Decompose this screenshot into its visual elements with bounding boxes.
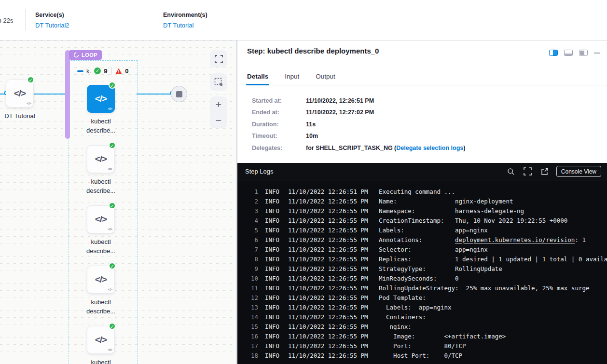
detail-row: Ended at:11/10/2022, 12:27:02 PM [252, 109, 607, 116]
tab-output[interactable]: Output [316, 67, 335, 85]
log-message: RollingUpdateStrategy: 25% max unavailab… [379, 284, 590, 292]
log-line: 6INFO11/10/2022 12:26:55 PMAnnotations: … [248, 235, 607, 244]
log-line: 18INFO11/10/2022 12:26:55 PM Host Port: … [248, 351, 607, 360]
layout-minimized-view-icon[interactable] [579, 50, 588, 56]
log-level: INFO [265, 313, 281, 321]
log-search-icon[interactable] [507, 167, 515, 176]
log-fullscreen-icon[interactable] [524, 167, 532, 176]
log-message: StrategyType: RollingUpdate [379, 265, 502, 272]
service-link[interactable]: DT Tutorial2 [35, 22, 69, 29]
log-message: Image: <+artifact.image> [379, 333, 506, 340]
log-message: Pod Template: [379, 294, 426, 301]
log-annotation-link[interactable]: deployment.kubernetes.io/revision [455, 236, 575, 243]
log-line-number: 16 [248, 333, 258, 340]
log-line-number: 9 [248, 265, 258, 272]
loop-badge[interactable]: LOOP [69, 50, 102, 60]
detail-row: Delegates:for SHELL_SCRIPT_TASK_NG (Dele… [252, 144, 607, 151]
code-corner-icon: </> [108, 167, 112, 171]
log-line: 8INFO11/10/2022 12:26:55 PMReplicas: 1 d… [248, 254, 607, 264]
log-line: 3INFO11/10/2022 12:26:55 PMNamespace: ha… [248, 206, 607, 216]
console-view-button[interactable]: Console View [556, 166, 601, 177]
collapse-icon[interactable] [77, 70, 83, 72]
log-level: INFO [265, 198, 281, 205]
log-timestamp: 11/10/2022 12:26:55 PM [288, 284, 371, 292]
log-line-number: 13 [248, 304, 258, 311]
step-logs-header: Step Logs Console View [237, 163, 607, 180]
log-timestamp: 11/10/2022 12:26:55 PM [288, 323, 371, 330]
detail-label: Delegates: [252, 145, 306, 151]
log-line: 2INFO11/10/2022 12:26:55 PMName: nginx-d… [248, 196, 607, 206]
log-message: Port: 80/TCP [379, 342, 466, 350]
delegate-selection-logs-link[interactable]: Delegate selection logs [396, 145, 463, 151]
log-timestamp: 11/10/2022 12:26:51 PM [288, 188, 371, 195]
step-node[interactable]: </></> [87, 266, 115, 294]
detail-label: Duration: [252, 121, 306, 128]
step-node-label: kubectldescribe... [65, 297, 137, 316]
detail-label: Ended at: [252, 109, 306, 116]
zoom-out-icon[interactable]: − [216, 116, 221, 125]
end-node[interactable] [171, 86, 187, 102]
layout-right-view-icon[interactable] [549, 50, 558, 56]
step-details-panel: Step: kubectl describe deployments_0 Det… [237, 40, 607, 364]
step-node-label: kubectldescribe... [65, 237, 137, 256]
layout-bottom-view-icon[interactable] [564, 50, 573, 56]
log-timestamp: 11/10/2022 12:26:55 PM [288, 275, 371, 282]
detail-value: 11/10/2022, 12:26:51 PM [306, 97, 374, 104]
log-line: 16INFO11/10/2022 12:26:55 PM Image: <+ar… [248, 331, 607, 341]
log-line-number: 12 [248, 294, 258, 301]
log-line: 1INFO11/10/2022 12:26:51 PMExecuting com… [248, 187, 607, 196]
canvas-marquee-select-button[interactable] [210, 73, 227, 91]
step-node-label: kubectldescribe... [65, 177, 137, 195]
loop-group-header: k. ✓ 9 0 [77, 67, 129, 75]
step-logs-title: Step Logs [245, 168, 274, 175]
detail-row: Started at:11/10/2022, 12:26:51 PM [252, 97, 607, 104]
log-line: 5INFO11/10/2022 12:26:55 PMLabels: app=n… [248, 225, 607, 235]
step-node[interactable]: </></> [87, 145, 115, 173]
step-node[interactable]: </></> [87, 326, 115, 354]
code-icon: </> [95, 94, 107, 104]
log-line: 12INFO11/10/2022 12:26:55 PMPod Template… [248, 293, 607, 302]
log-message: Labels: app=nginx [379, 304, 452, 311]
log-timestamp: 11/10/2022 12:26:55 PM [288, 246, 371, 253]
code-corner-icon: </> [108, 287, 112, 292]
log-message: Replicas: 1 desired | 1 updated | 1 tota… [379, 256, 607, 263]
zoom-controls: + − [210, 96, 227, 128]
log-timestamp: 11/10/2022 12:26:55 PM [288, 313, 371, 321]
pipeline-canvas[interactable]: LOOP k. ✓ 9 0 </> </> ✓ DT Tutorial </><… [0, 40, 237, 364]
log-line-number: 15 [248, 323, 258, 330]
log-line: 11INFO11/10/2022 12:26:55 PMRollingUpdat… [248, 283, 607, 293]
code-corner-icon: </> [108, 107, 112, 111]
log-message: Name: nginx-deployment [379, 198, 513, 205]
code-icon: </> [95, 214, 107, 225]
log-level: INFO [265, 256, 281, 263]
step-node[interactable]: </></> [87, 205, 115, 233]
header-divider [25, 9, 26, 30]
zoom-in-icon[interactable]: + [216, 100, 221, 109]
environment-link[interactable]: DT Tutorial [163, 22, 207, 29]
step-node[interactable]: </></> [87, 85, 115, 113]
tab-input[interactable]: Input [285, 67, 299, 85]
log-level: INFO [265, 284, 281, 292]
tab-details[interactable]: Details [247, 67, 268, 85]
log-timestamp: 11/10/2022 12:26:55 PM [288, 294, 371, 301]
success-count: 9 [104, 67, 107, 75]
log-line-number: 18 [248, 352, 258, 359]
detail-value: 11s [306, 121, 316, 128]
log-message: CreationTimestamp: Thu, 10 Nov 2022 19:2… [379, 217, 567, 224]
canvas-fullscreen-button[interactable] [210, 50, 227, 67]
loop-collapse-bar[interactable] [65, 50, 70, 139]
environment-block: Environment(s) DT Tutorial [163, 12, 207, 29]
detail-value: 10m [306, 133, 318, 139]
panel-collapse-icon[interactable] [594, 53, 600, 54]
log-line-number: 5 [248, 227, 258, 234]
success-check-icon: ✓ [109, 262, 116, 270]
log-lines[interactable]: 1INFO11/10/2022 12:26:51 PMExecuting com… [237, 180, 607, 364]
success-check-icon: ✓ [109, 202, 116, 209]
log-timestamp: 11/10/2022 12:26:55 PM [288, 352, 371, 359]
log-message: Executing command ... [379, 188, 455, 195]
log-line: 15INFO11/10/2022 12:26:55 PM nginx: [248, 322, 607, 331]
log-line-number: 7 [248, 246, 258, 253]
log-line: 13INFO11/10/2022 12:26:55 PM Labels: app… [248, 302, 607, 312]
log-open-external-icon[interactable] [540, 167, 549, 176]
log-line-number: 4 [248, 217, 258, 224]
